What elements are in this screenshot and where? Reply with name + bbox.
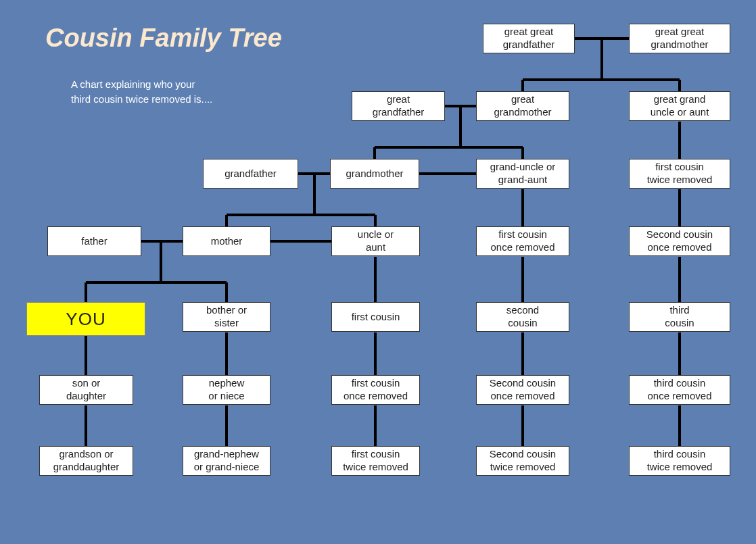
- family-tree-canvas: Cousin Family Tree A chart explaining wh…: [0, 0, 756, 544]
- subtitle-line1: A chart explaining who your: [71, 78, 195, 90]
- chart-title: Cousin Family Tree: [45, 24, 282, 53]
- node-second-cousin: secondcousin: [476, 302, 569, 332]
- node-grand-nephew-niece: grand-nephewor grand-niece: [183, 446, 270, 476]
- node-first-cousin-twice-removed-up: first cousintwice removed: [629, 159, 730, 189]
- node-third-cousin-once-removed: third cousinonce removed: [629, 375, 730, 405]
- node-father: father: [47, 226, 141, 256]
- node-first-cousin-twice-removed-down: first cousintwice removed: [331, 446, 420, 476]
- node-uncle-aunt: uncle oraunt: [331, 226, 420, 256]
- node-great-great-grandmother: great greatgrandmother: [629, 24, 730, 53]
- node-second-cousin-twice-removed: Second cousintwice removed: [476, 446, 569, 476]
- node-third-cousin-twice-removed: third cousintwice removed: [629, 446, 730, 476]
- node-third-cousin: thirdcousin: [629, 302, 730, 332]
- node-sibling: bother orsister: [183, 302, 270, 332]
- node-grandfather: grandfather: [203, 159, 298, 189]
- node-grand-uncle-aunt: grand-uncle orgrand-aunt: [476, 159, 569, 189]
- node-nephew-niece: nephewor niece: [183, 375, 270, 405]
- node-grandmother: grandmother: [330, 159, 419, 189]
- node-second-cousin-once-removed-up: Second cousinonce removed: [629, 226, 730, 256]
- chart-subtitle: A chart explaining who your third cousin…: [71, 77, 212, 107]
- node-son-daughter: son ordaughter: [39, 375, 133, 405]
- node-you: YOU: [26, 302, 145, 336]
- node-great-grandfather: greatgrandfather: [352, 91, 445, 121]
- subtitle-line2: third cousin twice removed is....: [71, 93, 212, 105]
- node-second-cousin-once-removed-down: Second cousinonce removed: [476, 375, 569, 405]
- node-first-cousin: first cousin: [331, 302, 420, 332]
- node-grandson-granddaughter: grandson orgranddaughter: [39, 446, 133, 476]
- node-mother: mother: [183, 226, 270, 256]
- node-great-grandmother: greatgrandmother: [476, 91, 569, 121]
- node-first-cousin-once-removed-down: first cousinonce removed: [331, 375, 420, 405]
- node-first-cousin-once-removed-up: first cousinonce removed: [476, 226, 569, 256]
- node-great-great-grandfather: great greatgrandfather: [483, 24, 575, 53]
- node-great-grand-uncle-aunt: great granduncle or aunt: [629, 91, 730, 121]
